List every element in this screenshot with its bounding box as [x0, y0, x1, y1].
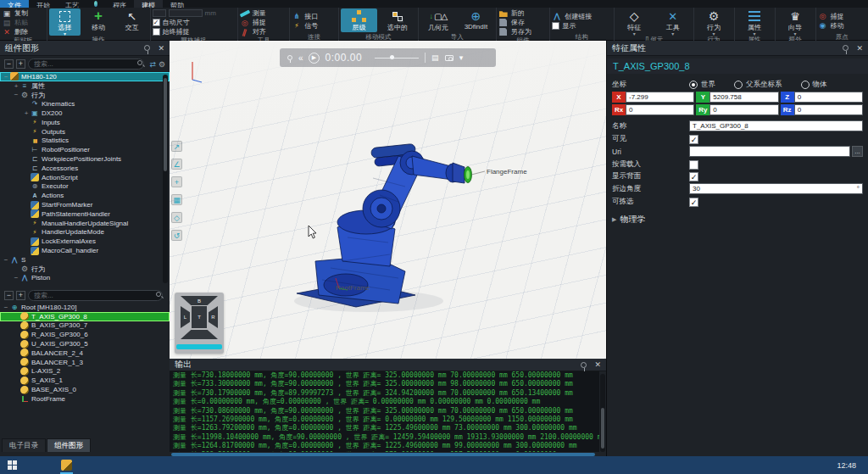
select-button[interactable]: 选择▾: [49, 8, 81, 36]
tree-item[interactable]: Actions: [0, 191, 170, 200]
auto-size-checkbox[interactable]: 自动尺寸: [153, 19, 190, 27]
tree-expander[interactable]: −: [13, 91, 19, 98]
expand-all-button-2[interactable]: +: [16, 291, 25, 300]
tree-item[interactable]: StartFromMarker: [0, 200, 170, 209]
snap-button[interactable]: 捕捉: [240, 19, 266, 27]
view-orientation-gizmo[interactable]: B L T R: [175, 293, 224, 354]
save-as-button[interactable]: 另存为: [498, 28, 531, 36]
close-icon[interactable]: ✕: [158, 44, 164, 53]
tree-item[interactable]: Executor: [0, 182, 170, 192]
node-tree-item[interactable]: T_AXIS_GP300_8: [0, 312, 170, 321]
viewport-tool-geometry-icon[interactable]: ◇: [171, 212, 182, 223]
tree-item[interactable]: ActionScript: [0, 173, 170, 182]
tree-item[interactable]: MacroCall_handler: [0, 246, 170, 255]
gizmo-top-face[interactable]: T: [192, 306, 207, 328]
collapse-all-button[interactable]: −: [4, 59, 14, 69]
viewport-tool-point-icon[interactable]: +: [171, 176, 182, 187]
create-link-button[interactable]: 创建链接: [552, 12, 592, 20]
origin-snap-button[interactable]: 捕捉: [818, 12, 844, 20]
tree-expander[interactable]: −: [3, 256, 9, 264]
backface-checkbox[interactable]: [689, 172, 698, 181]
node-tree-item[interactable]: BALANCER_2_4: [0, 349, 170, 358]
node-search-input[interactable]: [28, 290, 163, 301]
output-scrollbar[interactable]: [600, 374, 605, 452]
tree-expander[interactable]: −: [13, 274, 19, 282]
tree-item[interactable]: Outputs: [0, 127, 170, 137]
tree-item[interactable]: + DX200: [0, 109, 170, 118]
paste-button[interactable]: 粘贴: [2, 19, 28, 27]
name-input[interactable]: T_AXIS_GP300_8: [689, 120, 863, 131]
node-tree-item[interactable]: BASE_AXIS_0: [0, 385, 170, 394]
tree-item[interactable]: Accessories: [0, 164, 170, 173]
geometry-tools-button[interactable]: 工具▾: [654, 8, 692, 36]
settings-gear-icon[interactable]: ⚙: [159, 60, 165, 69]
rewind-button[interactable]: «: [298, 53, 303, 63]
viewport-tool-angle-icon[interactable]: ∠: [171, 159, 182, 170]
rz-input[interactable]: 0: [794, 104, 863, 115]
tree-item[interactable]: Statistics: [0, 137, 170, 146]
x-input[interactable]: -7.299: [626, 92, 694, 103]
collapse-all-button-2[interactable]: −: [4, 291, 14, 300]
playbar-menu-caret[interactable]: ▾: [459, 53, 464, 62]
tab-home[interactable]: 开始: [29, 0, 58, 8]
node-tree-item[interactable]: L-AXIS_2: [0, 367, 170, 376]
node-tree-item[interactable]: BALANCER_1_3: [0, 358, 170, 367]
behaviors-button[interactable]: 行为▾: [696, 8, 732, 36]
speed-slider[interactable]: [375, 58, 419, 59]
viewport-tool-pan-icon[interactable]: ↗: [171, 141, 182, 152]
taskbar-app-icon[interactable]: [61, 460, 72, 471]
output-close-icon[interactable]: ✕: [594, 360, 601, 369]
gizmo-right-face[interactable]: R: [209, 306, 218, 328]
rx-input[interactable]: 0: [626, 104, 694, 115]
tree-item[interactable]: − S: [0, 255, 170, 265]
align-button[interactable]: 对齐: [240, 28, 266, 36]
always-snap-checkbox[interactable]: 始终捕捉: [153, 28, 190, 36]
features-button[interactable]: 特征▾: [616, 8, 654, 36]
radio-world[interactable]: 世界: [689, 80, 715, 90]
z-input[interactable]: 0: [794, 92, 863, 103]
grid-size-combo[interactable]: [169, 9, 203, 17]
ondemand-checkbox[interactable]: [689, 160, 698, 170]
node-tree-item[interactable]: RootFrame: [0, 394, 170, 404]
copy-button[interactable]: 复制: [2, 9, 28, 18]
tree-expander[interactable]: +: [23, 109, 30, 117]
tab-file[interactable]: 文件: [0, 0, 29, 8]
show-checkbox[interactable]: 显示: [552, 21, 576, 30]
signals-button[interactable]: 信号: [292, 21, 318, 30]
viewport-3d[interactable]: « ▶ 0:00.00 ▤ ▾ ↗ ∠ + ▦ ◇ ↺: [170, 41, 606, 359]
node-tree-item[interactable]: U_AXIS_GP300_5: [0, 339, 170, 349]
tree-item[interactable]: Inputs: [0, 118, 170, 127]
tab-program[interactable]: 程序: [105, 0, 134, 8]
crease-dropdown[interactable]: 30°: [689, 183, 863, 194]
hierarchy-mode-button[interactable]: 层级: [341, 8, 378, 32]
physics-section[interactable]: ▶ 物理学: [612, 214, 863, 226]
tree-scrollbar[interactable]: [163, 75, 168, 283]
gizmo-front-face[interactable]: [181, 330, 218, 339]
node-tree-item[interactable]: − Root [MH180-120]: [0, 303, 170, 312]
tree-item[interactable]: Kinematics: [0, 99, 170, 109]
pin-icon[interactable]: [144, 45, 150, 51]
viewport-tool-reset-icon[interactable]: ↺: [171, 230, 182, 241]
node-tree-item[interactable]: S_AXIS_1: [0, 376, 170, 385]
output-pin-icon[interactable]: [581, 362, 587, 368]
node-tree-expander[interactable]: −: [3, 304, 9, 311]
start-button[interactable]: [8, 460, 17, 470]
interact-button[interactable]: 交互: [116, 8, 148, 32]
tree-item[interactable]: WorkpiecePositionerJoints: [0, 154, 170, 164]
tree-item[interactable]: LockExternalAxes: [0, 237, 170, 246]
tree-item[interactable]: + 属性: [0, 81, 170, 91]
tab-help[interactable]: 帮助: [163, 0, 192, 8]
interfaces-button[interactable]: 接口: [292, 12, 318, 20]
selected-mode-button[interactable]: 选中的: [379, 8, 416, 32]
wizards-button[interactable]: 向导▾: [777, 8, 814, 36]
viewport-tool-grid-icon[interactable]: ▦: [171, 194, 182, 205]
uri-browse-button[interactable]: ...: [852, 146, 863, 157]
tree-item[interactable]: − 行为: [0, 91, 170, 100]
properties-pin-icon[interactable]: [843, 45, 849, 51]
delete-button[interactable]: 删除: [2, 28, 28, 36]
measure-button[interactable]: 测量: [240, 9, 266, 18]
save-button[interactable]: 保存: [498, 19, 525, 27]
playbar-pin-icon[interactable]: [287, 55, 292, 60]
tree-expander[interactable]: −: [3, 73, 9, 81]
properties-close-icon[interactable]: ✕: [856, 44, 863, 53]
